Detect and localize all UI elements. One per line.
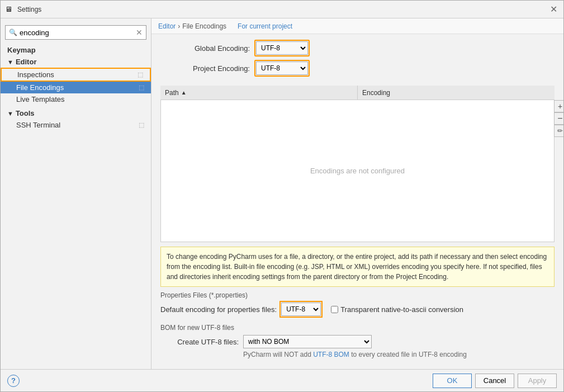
sidebar-item-editor[interactable]: ▼Editor [1,56,151,68]
content-area: 🔍 ✕ Keymap ▼Editor Inspections ⬚ File En… [1,18,563,369]
app-icon: 🖥 [5,5,14,14]
bom-note-link[interactable]: UTF-8 BOM [313,351,349,358]
sidebar-item-keymap[interactable]: Keymap [1,44,151,56]
project-encoding-highlight: UTF-8 UTF-16 ISO-8859-1 [254,60,310,77]
search-input[interactable] [20,29,136,37]
help-button[interactable]: ? [7,375,20,387]
settings-window: 🖥 Settings ✕ 🔍 ✕ Keymap ▼Editor Inspecti… [0,0,564,392]
sidebar-item-live-templates[interactable]: Live Templates [1,93,151,105]
sidebar: 🔍 ✕ Keymap ▼Editor Inspections ⬚ File En… [1,18,151,369]
transparent-checkbox[interactable] [331,306,338,313]
path-header-label: Path [165,89,179,97]
window-title: Settings [17,6,548,13]
column-encoding: Encoding [358,86,554,100]
edit-row-button[interactable]: ✏ [554,125,563,137]
main-panel: Editor › File Encodings For current proj… [151,18,563,369]
table-header: Path ▲ Encoding [160,86,554,100]
file-encodings-label: File Encodings [16,83,64,92]
empty-table-text: Encodings are not configured [310,167,405,175]
bom-note-suffix: to every created file in UTF-8 encoding [349,351,467,358]
titlebar: 🖥 Settings ✕ [1,1,563,18]
breadcrumb-sep: › [178,22,180,30]
file-encodings-icon: ⬚ [139,84,144,91]
cancel-button[interactable]: Cancel [475,374,514,388]
properties-section: Properties Files (*.properties) Default … [160,291,554,319]
sort-icon: ▲ [181,89,187,96]
bom-select[interactable]: with NO BOM with BOM [243,335,372,348]
for-current-project[interactable]: For current project [238,22,292,30]
breadcrumb: Editor › File Encodings For current proj… [151,18,563,34]
ok-button[interactable]: OK [433,374,472,388]
editor-label: Editor [16,58,37,66]
bom-create-label: Create UTF-8 files: [160,338,239,346]
bom-section-title: BOM for new UTF-8 files [160,324,554,332]
global-encoding-highlight: UTF-8 UTF-16 ISO-8859-1 [254,40,310,56]
ssh-terminal-label: SSH Terminal [16,121,60,129]
editor-arrow-icon: ▼ [7,59,13,65]
encoding-header-label: Encoding [362,89,390,97]
project-encoding-label: Project Encoding: [160,64,250,73]
breadcrumb-file-encodings: File Encodings [182,22,226,30]
transparent-label-text: Transparent native-to-ascii conversion [340,305,463,314]
add-row-button[interactable]: + [554,100,563,112]
properties-section-title: Properties Files (*.properties) [160,291,554,299]
transparent-checkbox-label[interactable]: Transparent native-to-ascii conversion [331,305,463,314]
bom-note-prefix: PyCharm will NOT add [243,351,313,358]
sidebar-item-inspections[interactable]: Inspections ⬚ [1,68,151,82]
search-box[interactable]: 🔍 ✕ [5,25,146,40]
clear-icon[interactable]: ✕ [136,28,143,37]
footer-right: OK Cancel Apply [433,374,557,388]
table-action-buttons: + − ✏ [554,100,563,137]
remove-row-button[interactable]: − [554,112,563,125]
default-encoding-label: Default encoding for properties files: [160,305,277,314]
info-text: To change encoding PyCharm uses for a fi… [167,253,547,281]
project-encoding-row: Project Encoding: UTF-8 UTF-16 ISO-8859-… [160,60,554,77]
properties-encoding-highlight: UTF-8 UTF-16 [281,303,321,316]
tools-arrow-icon: ▼ [7,110,13,117]
properties-encoding-row: Default encoding for properties files: U… [160,303,554,316]
project-encoding-select[interactable]: UTF-8 UTF-16 ISO-8859-1 [256,62,308,75]
live-templates-label: Live Templates [16,95,64,103]
global-encoding-row: Global Encoding: UTF-8 UTF-16 ISO-8859-1 [160,40,554,56]
inspections-label: Inspections [17,70,54,79]
table-container: Path ▲ Encoding Encodings are not config… [160,86,554,242]
inspections-icon: ⬚ [138,71,143,78]
global-encoding-select[interactable]: UTF-8 UTF-16 ISO-8859-1 [256,41,308,55]
search-icon: 🔍 [9,29,17,36]
bom-note: PyCharm will NOT add UTF-8 BOM to every … [243,351,554,358]
encoding-settings-form: Global Encoding: UTF-8 UTF-16 ISO-8859-1… [151,34,563,86]
info-box: To change encoding PyCharm uses for a fi… [160,247,554,287]
keymap-label: Keymap [7,46,36,54]
sidebar-item-file-encodings[interactable]: File Encodings ⬚ [1,82,151,93]
ssh-terminal-icon: ⬚ [139,121,144,129]
sidebar-item-tools[interactable]: ▼Tools [1,107,151,119]
close-button[interactable]: ✕ [548,4,559,15]
footer: ? OK Cancel Apply [1,369,563,391]
bom-row: Create UTF-8 files: with NO BOM with BOM [160,335,554,348]
column-path: Path ▲ [160,86,358,100]
tools-label: Tools [16,109,35,117]
footer-left: ? [7,375,20,387]
sidebar-item-ssh-terminal[interactable]: SSH Terminal ⬚ [1,119,151,131]
global-encoding-label: Global Encoding: [160,44,250,53]
breadcrumb-editor[interactable]: Editor [158,22,176,30]
apply-button[interactable]: Apply [518,374,557,388]
properties-encoding-select[interactable]: UTF-8 UTF-16 [281,303,321,316]
table-body: Encodings are not configured + − ✏ [160,100,554,242]
bom-section: BOM for new UTF-8 files Create UTF-8 fil… [160,324,554,358]
